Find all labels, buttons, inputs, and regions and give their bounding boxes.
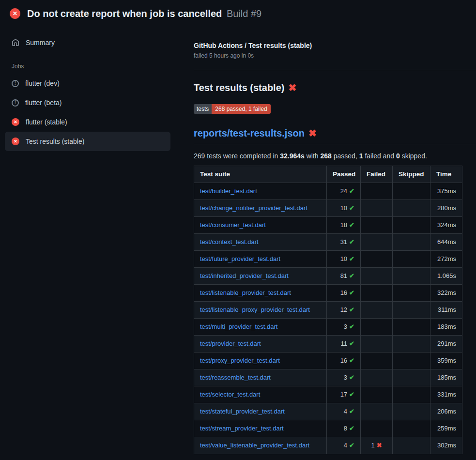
count-value: 3 <box>344 323 347 330</box>
count-value: 31 <box>340 238 347 245</box>
count-value: 18 <box>340 221 347 229</box>
test-suite-link[interactable]: test/value_listenable_provider_test.dart <box>200 442 309 449</box>
build-title: Do not create report when job is cancell… <box>27 8 261 19</box>
badge-value: 268 passed, 1 failed <box>212 104 270 114</box>
home-icon <box>12 39 19 46</box>
check-icon: ✔ <box>349 323 354 330</box>
time-cell: 280ms <box>430 200 462 217</box>
failed-cell <box>361 200 393 217</box>
test-suite-link[interactable]: test/context_test.dart <box>200 238 259 245</box>
table-row: test/future_provider_test.dart10✔272ms <box>194 251 462 268</box>
count-value: 81 <box>340 272 347 279</box>
summary-failed-count: 1 <box>359 152 363 160</box>
divider <box>194 70 476 70</box>
sidebar-item-flutter-stable[interactable]: ✕ flutter (stable) <box>5 112 170 132</box>
skipped-cell <box>393 420 430 437</box>
sidebar-item-summary[interactable]: Summary <box>5 33 170 52</box>
test-suite-link[interactable]: test/consumer_test.dart <box>200 221 266 229</box>
passed-cell: 4✔ <box>327 403 361 420</box>
check-icon: ✔ <box>349 340 354 347</box>
check-icon: ✔ <box>349 238 354 245</box>
skipped-cell <box>393 285 430 302</box>
sidebar-item-flutter-dev[interactable]: ! flutter (dev) <box>5 74 170 93</box>
test-suite-link[interactable]: test/provider_test.dart <box>200 340 261 347</box>
count-value: 10 <box>340 255 347 262</box>
summary-skipped-count: 0 <box>396 152 400 160</box>
time-cell: 359ms <box>430 353 462 369</box>
summary-text: passed, <box>332 152 359 160</box>
test-suite-link[interactable]: test/change_notifier_provider_test.dart <box>200 204 307 212</box>
check-icon: ✔ <box>349 306 354 313</box>
summary-duration: 32.964s <box>280 152 305 160</box>
sidebar-item-flutter-beta[interactable]: ! flutter (beta) <box>5 93 170 112</box>
count-value: 1 <box>371 442 374 449</box>
table-row: test/multi_provider_test.dart3✔183ms <box>194 319 462 336</box>
table-row: test/stateful_provider_test.dart4✔206ms <box>194 403 462 420</box>
test-suite-link[interactable]: test/stream_provider_test.dart <box>200 425 284 432</box>
passed-cell: 31✔ <box>327 234 361 251</box>
table-row: test/provider_test.dart11✔291ms <box>194 336 462 353</box>
test-suite-cell: test/proxy_provider_test.dart <box>194 353 327 369</box>
time-cell: 183ms <box>430 319 462 336</box>
sidebar-item-label: Test results (stable) <box>26 138 84 145</box>
summary-text: skipped. <box>400 152 427 160</box>
table-row: test/consumer_test.dart18✔324ms <box>194 217 462 234</box>
x-circle-icon: ✕ <box>12 138 19 145</box>
table-row: test/builder_test.dart24✔375ms <box>194 183 462 200</box>
test-suite-link[interactable]: test/future_provider_test.dart <box>200 255 280 262</box>
count-value: 11 <box>341 340 348 347</box>
test-suite-cell: test/listenable_provider_test.dart <box>194 285 327 302</box>
failed-cell <box>361 403 393 420</box>
time-cell: 1.065s <box>430 268 462 285</box>
x-icon: ✖ <box>308 127 317 139</box>
skipped-cell <box>393 386 430 403</box>
table-header-row: Test suite Passed Failed Skipped Time <box>194 166 462 183</box>
test-suite-link[interactable]: test/selector_test.dart <box>200 391 260 398</box>
jobs-section-label: Jobs <box>12 63 170 70</box>
sidebar-item-label: flutter (beta) <box>25 99 61 107</box>
table-row: test/change_notifier_provider_test.dart1… <box>194 200 462 217</box>
passed-cell: 3✔ <box>327 319 361 336</box>
check-icon: ✔ <box>349 204 354 212</box>
skipped-cell <box>393 200 430 217</box>
check-icon: ✔ <box>349 442 354 449</box>
test-suite-link[interactable]: test/multi_provider_test.dart <box>200 323 277 330</box>
skipped-cell <box>393 234 430 251</box>
column-header-skipped: Skipped <box>393 166 430 183</box>
test-suite-link[interactable]: test/reassemble_test.dart <box>200 374 271 381</box>
test-suite-link[interactable]: test/listenable_proxy_provider_test.dart <box>200 306 310 313</box>
summary-text: failed and <box>363 152 397 160</box>
x-circle-icon: ✕ <box>10 8 20 19</box>
skipped-cell <box>393 217 430 234</box>
skipped-cell <box>393 319 430 336</box>
test-suite-link[interactable]: test/inherited_provider_test.dart <box>200 272 289 279</box>
test-suite-cell: test/multi_provider_test.dart <box>194 319 327 336</box>
failed-cell <box>361 319 393 336</box>
test-suite-cell: test/stateful_provider_test.dart <box>194 403 327 420</box>
test-suite-link[interactable]: test/stateful_provider_test.dart <box>200 408 285 415</box>
report-link[interactable]: reports/test-results.json <box>194 128 305 139</box>
breadcrumb: GitHub Actions / Test results (stable) <box>194 42 476 49</box>
page-layout: Summary Jobs ! flutter (dev) ! flutter (… <box>0 25 476 454</box>
test-suite-cell: test/consumer_test.dart <box>194 217 327 234</box>
test-suite-cell: test/stream_provider_test.dart <box>194 420 327 437</box>
failed-cell <box>361 251 393 268</box>
count-value: 10 <box>340 204 347 212</box>
check-icon: ✔ <box>349 289 354 296</box>
test-suite-link[interactable]: test/builder_test.dart <box>200 187 257 195</box>
build-header: ✕ Do not create report when job is cance… <box>0 0 476 25</box>
check-icon: ✔ <box>349 272 354 279</box>
sidebar-item-label: Summary <box>26 39 55 46</box>
time-cell: 331ms <box>430 386 462 403</box>
column-header-passed: Passed <box>327 166 361 183</box>
test-suite-link[interactable]: test/listenable_provider_test.dart <box>200 289 291 296</box>
passed-cell: 81✔ <box>327 268 361 285</box>
time-cell: 311ms <box>430 302 462 319</box>
skipped-cell <box>393 251 430 268</box>
sidebar-item-test-results-stable[interactable]: ✕ Test results (stable) <box>5 132 170 151</box>
time-cell: 324ms <box>430 217 462 234</box>
test-suite-link[interactable]: test/proxy_provider_test.dart <box>200 357 280 364</box>
check-icon: ✔ <box>349 425 354 432</box>
failed-cell <box>361 217 393 234</box>
test-suite-cell: test/reassemble_test.dart <box>194 369 327 386</box>
